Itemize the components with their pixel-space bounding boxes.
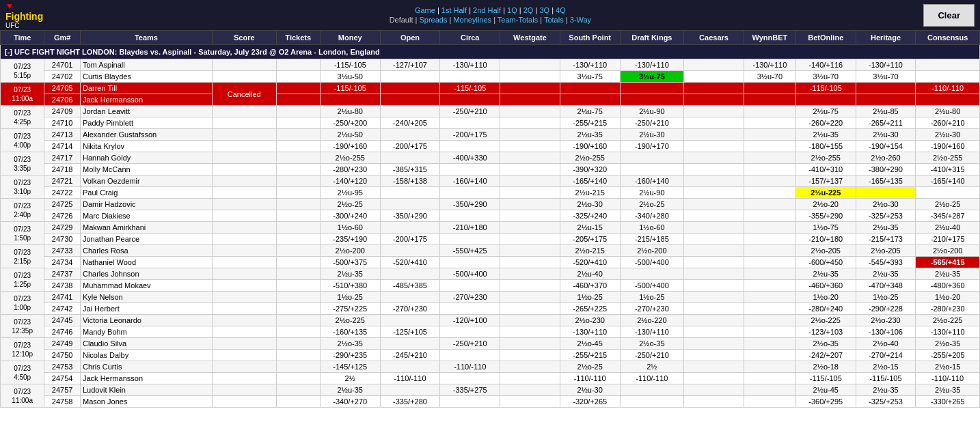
col-wynnbet-header: WynnBET (744, 31, 795, 45)
table-row: 24702Curtis Blaydes3½u-503½u-753½u-753½u… (1, 71, 980, 83)
fighter2-name: Molly McCann (80, 164, 212, 175)
fight-time: 07/2311:00a (1, 384, 44, 408)
fighter2-name: Marc Diakiese (80, 210, 212, 222)
clear-button[interactable]: Clear (923, 4, 975, 27)
fight-time: 07/2311:00a (1, 83, 44, 106)
fighter1-name: Darren Till (80, 83, 212, 94)
table-row: 24710Paddy Pimblett-250/+200-240/+205-25… (1, 117, 980, 129)
table-row: 07/234:50p24753Chris Curtis-145/+125-110… (1, 361, 980, 373)
fight-gm1: 24749 (44, 338, 81, 350)
table-row: 07/235:15p24701Tom Aspinall-115/-105-127… (1, 59, 980, 71)
fighter2-name: Jonathan Pearce (80, 234, 212, 245)
fighter2-name: Nikita Krylov (80, 141, 212, 152)
fighter1-name: Charles Rosa (80, 245, 212, 257)
nav-second-half-link[interactable]: 2nd Half (473, 6, 501, 14)
fight-gm2: 24714 (44, 141, 81, 152)
event-header-row: [-] UFC FIGHT NIGHT LONDON: Blaydes vs. … (1, 45, 980, 59)
table-row: 07/2312:35p24745Victoria Leonardo2½o-225… (1, 315, 980, 326)
column-header-row: Time Gm# Teams Score Tickets Money Open … (1, 31, 980, 45)
table-row: 07/233:10p24721Volkan Oezdemir-140/+120-… (1, 175, 980, 187)
fighter1-name: Damir Hadzovic (80, 199, 212, 210)
league-label[interactable]: UFC (5, 22, 43, 29)
fight-time: 07/231:50p (1, 222, 44, 245)
fight-gm2: 24742 (44, 303, 81, 315)
fight-gm2: 24722 (44, 187, 81, 199)
fight-gm1: 24737 (44, 268, 81, 280)
table-row: 07/231:00p24741Kyle Nelson1½o-25-270/+23… (1, 292, 980, 303)
fight-gm2: 24726 (44, 210, 81, 222)
table-row: 07/232:15p24733Charles Rosa2½o-200-550/+… (1, 245, 980, 257)
col-score-header: Score (212, 31, 276, 45)
fight-gm1: 24725 (44, 199, 81, 210)
table-row: 07/234:25p24709Jordan Leavitt2½u-80-250/… (1, 106, 980, 117)
fighter1-name: Kyle Nelson (80, 292, 212, 303)
table-row: 24734Nathaniel Wood-500/+375-520/+410-52… (1, 257, 980, 268)
nav-1q-link[interactable]: 1Q (507, 6, 517, 14)
fighter1-name: Hannah Goldy (80, 152, 212, 164)
col-teams-header: Teams (80, 31, 212, 45)
odds-table: Time Gm# Teams Score Tickets Money Open … (0, 30, 980, 408)
nav-3q-link[interactable]: 3Q (539, 6, 549, 14)
fight-gm1: 24757 (44, 384, 81, 396)
table-row: 07/232:40p24725Damir Hadzovic2½o-25-350/… (1, 199, 980, 210)
fight-gm2: 24702 (44, 71, 81, 83)
fight-time: 07/233:10p (1, 175, 44, 199)
fight-gm2: 24710 (44, 117, 81, 129)
fighter1-name: Tom Aspinall (80, 59, 212, 71)
fight-gm1: 24713 (44, 129, 81, 141)
table-row: 24706Jack Hermansson (1, 94, 980, 106)
nav-spreads-link[interactable]: Spreads (419, 16, 447, 24)
fight-gm1: 24745 (44, 315, 81, 326)
fight-gm2: 24750 (44, 350, 81, 361)
col-draftkings-header: Draft Kings (620, 31, 684, 45)
col-open-header: Open (380, 31, 440, 45)
fighter2-name: Jai Herbert (80, 303, 212, 315)
col-time-header: Time (1, 31, 44, 45)
sport-label[interactable]: Fighting (5, 11, 43, 22)
nav-teamtotals-link[interactable]: Team-Totals (498, 16, 538, 24)
nav-bottom-links: Default | Spreads | Moneylines | Team-To… (390, 16, 591, 24)
table-row: 07/2311:00a24757Ludovit Klein2½u-35-335/… (1, 384, 980, 396)
nav-3way-link[interactable]: 3-Way (570, 16, 591, 24)
table-row: 07/233:35p24717Hannah Goldy2½o-255-400/+… (1, 152, 980, 164)
nav-2q-link[interactable]: 2Q (523, 6, 534, 14)
fighter1-name: Claudio Silva (80, 338, 212, 350)
col-caesars-header: Caesars (684, 31, 744, 45)
table-row: 24754Jack Hermansson2½-110/-110-110/-110… (1, 373, 980, 384)
nav-moneylines-link[interactable]: Moneylines (453, 16, 491, 24)
col-tickets-header: Tickets (276, 31, 320, 45)
col-money-header: Money (320, 31, 380, 45)
nav-totals-link[interactable]: Totals (544, 16, 564, 24)
nav-top-links: Game | 1st Half | 2nd Half | 1Q | 2Q | 3… (415, 6, 566, 14)
fight-time: 07/232:15p (1, 245, 44, 268)
table-row: 24746Mandy Bohm-160/+135-125/+105-130/+1… (1, 326, 980, 338)
fight-gm1: 24741 (44, 292, 81, 303)
fighter2-name: Jack Hermansson (80, 94, 212, 106)
nav-center: Game | 1st Half | 2nd Half | 1Q | 2Q | 3… (57, 6, 923, 24)
nav-4q-link[interactable]: 4Q (556, 6, 566, 14)
col-consensus-header: Consensus (916, 31, 980, 45)
fighter1-name: Chris Curtis (80, 361, 212, 373)
fight-gm2: 24718 (44, 164, 81, 175)
table-row: 07/234:00p24713Alexander Gustafsson2½u-5… (1, 129, 980, 141)
fight-gm2: 24758 (44, 396, 81, 408)
fighter2-name: Jack Hermansson (80, 373, 212, 384)
fighter2-name: Nicolas Dalby (80, 350, 212, 361)
fighter2-name: Nathaniel Wood (80, 257, 212, 268)
fight-gm2: 24738 (44, 280, 81, 292)
fighter1-name: Volkan Oezdemir (80, 175, 212, 187)
table-row: 24738Muhammad Mokaev-510/+380-485/+385-4… (1, 280, 980, 292)
table-row: 07/2312:10p24749Claudio Silva2½o-35-250/… (1, 338, 980, 350)
fighter1-name: Jordan Leavitt (80, 106, 212, 117)
table-row: 24726Marc Diakiese-300/+240-350/+290-325… (1, 210, 980, 222)
fight-gm2: 24746 (44, 326, 81, 338)
fight-time: 07/234:00p (1, 129, 44, 152)
fight-gm1: 24701 (44, 59, 81, 71)
nav-game-link[interactable]: Game (415, 6, 435, 14)
fight-time: 07/2312:35p (1, 315, 44, 338)
nav-first-half-link[interactable]: 1st Half (441, 6, 467, 14)
header-bar: ▼ Fighting UFC Game | 1st Half | 2nd Hal… (0, 0, 980, 30)
table-row: 24714Nikita Krylov-190/+160-200/+175-190… (1, 141, 980, 152)
fighter2-name: Mandy Bohm (80, 326, 212, 338)
table-row: 24718Molly McCann-280/+230-385/+315-390/… (1, 164, 980, 175)
